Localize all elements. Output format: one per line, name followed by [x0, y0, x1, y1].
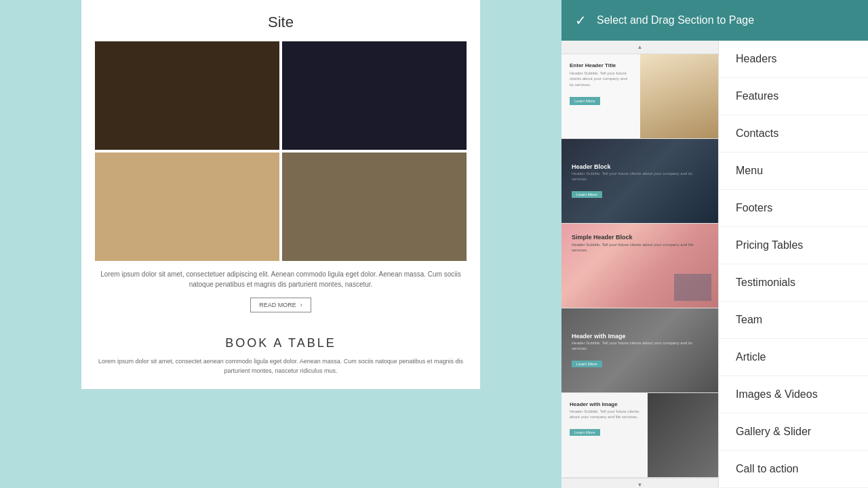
- thumbnails-column: ▲ Enter Header Title Header Subtitle. Te…: [561, 41, 719, 488]
- thumb1-title: Enter Header Title: [570, 62, 632, 68]
- thumb3-subtitle: Header Subtitle. Tell your future client…: [572, 243, 708, 253]
- category-footers[interactable]: Footers: [719, 190, 868, 227]
- thumb5-title: Header with Image: [570, 401, 639, 407]
- check-icon: ✓: [575, 12, 587, 28]
- category-features[interactable]: Features: [719, 78, 868, 115]
- book-table-section: BOOK A TABLE Lorem ipsum dolor sit amet,…: [95, 326, 467, 375]
- scroll-down-button[interactable]: ▼: [561, 478, 718, 488]
- thumb5-left: Header with Image Header Subtitle. Tell …: [561, 393, 648, 477]
- thumb4-btn: Learn More: [572, 361, 602, 367]
- thumbnail-header-image-2[interactable]: Header with Image Header Subtitle. Tell …: [561, 393, 718, 478]
- thumb3-title: Simple Header Block: [572, 234, 708, 241]
- chevron-down-icon: ▼: [637, 482, 643, 488]
- thumb3-device-icon: [674, 274, 711, 301]
- category-article[interactable]: Article: [719, 339, 868, 376]
- category-pricing-tables[interactable]: Pricing Tables: [719, 227, 868, 264]
- lorem-text: Lorem ipsum dolor sit amet, consectetuer…: [95, 269, 467, 289]
- read-more-label: READ MORE: [259, 302, 296, 308]
- thumbnail-header-image[interactable]: Header with Image Header Subtitle. Tell …: [561, 308, 718, 393]
- photo-food: [282, 152, 467, 261]
- thumb4-subtitle: Header Subtitle. Tell your future client…: [572, 341, 708, 352]
- photo-wine: [95, 41, 279, 150]
- category-testimonials[interactable]: Testimonials: [719, 264, 868, 302]
- thumb5-subtitle: Header Subtitle. Tell your future client…: [570, 409, 639, 420]
- category-menu[interactable]: Menu: [719, 152, 868, 190]
- category-images-videos[interactable]: Images & Videos: [719, 376, 868, 413]
- read-more-button[interactable]: READ MORE ›: [250, 298, 311, 312]
- thumb5-layout: Header with Image Header Subtitle. Tell …: [561, 393, 718, 477]
- thumb2-bg: Header Block Header Subtitle. Tell your …: [561, 139, 718, 223]
- category-call-to-action[interactable]: Call to action: [719, 451, 868, 488]
- thumb1-subtitle: Header Subtitle. Tell your future client…: [570, 70, 632, 87]
- book-table-text: Lorem ipsum dolor sit amet, consectet ae…: [95, 357, 467, 375]
- thumb5-btn: Learn More: [570, 429, 600, 436]
- category-gallery-slider[interactable]: Gallery & Slider: [719, 413, 868, 451]
- photo-bar: [282, 41, 467, 150]
- category-headers[interactable]: Headers: [719, 41, 868, 78]
- content-area: Site Lorem ipsum dolor sit amet, consect…: [0, 0, 561, 488]
- thumb3-content: Simple Header Block Header Subtitle. Tel…: [561, 224, 718, 264]
- thumbnail-header-block[interactable]: Header Block Header Subtitle. Tell your …: [561, 139, 718, 224]
- top-bar: ✓ Select and Drag Section to Page: [561, 0, 868, 41]
- photo-salad: [95, 152, 279, 261]
- thumb1-btn: Learn More: [570, 97, 600, 105]
- thumb4-content: Header with Image Header Subtitle. Tell …: [561, 323, 718, 378]
- thumb5-image: [648, 393, 718, 477]
- category-team[interactable]: Team: [719, 302, 868, 339]
- right-panel: ✓ Select and Drag Section to Page ▲ Ente…: [561, 0, 868, 488]
- thumbnail-simple-header[interactable]: Simple Header Block Header Subtitle. Tel…: [561, 224, 718, 308]
- top-bar-title: Select and Drag Section to Page: [597, 14, 754, 26]
- thumb2-content: Header Block Header Subtitle. Tell your …: [561, 153, 718, 209]
- arrow-right-icon: ›: [300, 302, 302, 308]
- chevron-up-icon: ▲: [637, 44, 643, 50]
- thumb1-image: [640, 54, 719, 138]
- thumb4-bg: Header with Image Header Subtitle. Tell …: [561, 308, 718, 392]
- page-preview: Site Lorem ipsum dolor sit amet, consect…: [81, 0, 480, 389]
- book-table-title: BOOK A TABLE: [95, 336, 467, 350]
- thumbnail-enter-header[interactable]: Enter Header Title Header Subtitle. Tell…: [561, 54, 718, 139]
- thumb2-btn: Learn More: [572, 191, 602, 198]
- scroll-up-button[interactable]: ▲: [561, 41, 718, 54]
- thumb2-subtitle: Header Subtitle. Tell your future client…: [572, 171, 708, 182]
- site-title: Site: [95, 14, 467, 31]
- photo-grid: [95, 41, 467, 261]
- thumb2-title: Header Block: [572, 163, 708, 170]
- thumb4-title: Header with Image: [572, 333, 708, 340]
- category-contacts[interactable]: Contacts: [719, 115, 868, 152]
- categories-column: Headers Features Contacts Menu Footers P…: [719, 41, 868, 488]
